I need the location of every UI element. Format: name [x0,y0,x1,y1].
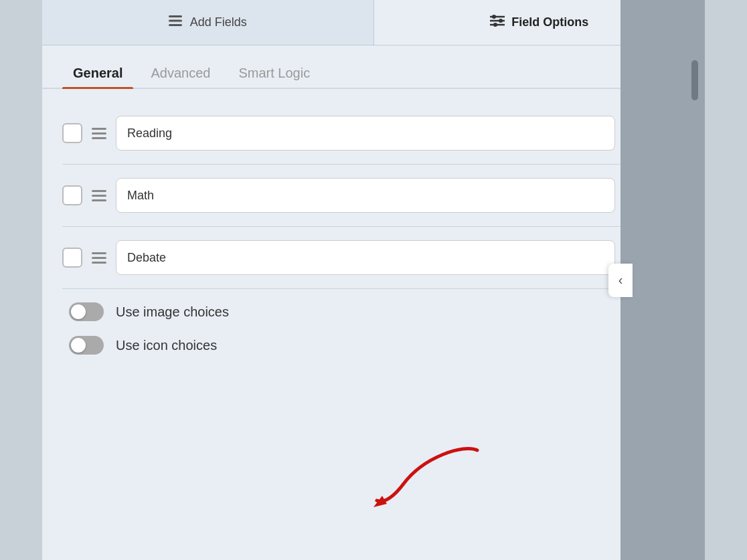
right-sidebar: ‹ [620,0,705,560]
tab-general[interactable]: General [62,59,133,88]
tab-smart-logic[interactable]: Smart Logic [228,59,321,88]
svg-point-7 [499,19,503,23]
choice-checkbox-reading[interactable] [62,123,82,143]
toggle-icon-choices[interactable] [69,336,104,355]
sub-tabs: General Advanced Smart Logic [42,45,705,89]
drag-handle-math[interactable] [90,187,108,204]
field-options-icon [490,15,505,30]
choice-input-reading[interactable] [116,116,615,151]
svg-point-8 [493,23,497,27]
choice-input-math[interactable] [116,178,615,213]
toggle-icon-choices-label: Use icon choices [116,338,217,353]
toggle-section: Use image choices Use icon choices [62,289,685,368]
tab-add-fields[interactable]: Add Fields [42,0,374,45]
toggle-row-image-choices: Use image choices [69,302,678,321]
svg-rect-2 [169,24,182,26]
tab-advanced[interactable]: Advanced [140,59,221,88]
choice-row-math: + − [62,165,685,227]
content-area: + − + − + − [42,89,705,560]
svg-point-6 [492,15,496,19]
tab-field-options-label: Field Options [511,15,588,29]
header-tabs: Add Fields Field Options [42,0,705,45]
scrollbar-thumb[interactable] [691,60,698,100]
svg-rect-1 [169,20,182,22]
add-fields-icon [169,15,183,30]
toggle-row-icon-choices: Use icon choices [69,336,678,355]
drag-handle-reading[interactable] [90,125,108,142]
choice-row-debate: + − [62,227,685,289]
field-options-panel: Add Fields Field Options General Advance… [42,0,705,560]
choice-input-debate[interactable] [116,240,615,275]
tab-add-fields-label: Add Fields [190,15,247,29]
svg-rect-0 [169,15,182,17]
choice-checkbox-debate[interactable] [62,248,82,268]
toggle-image-choices[interactable] [69,302,104,321]
collapse-button[interactable]: ‹ [608,264,633,297]
choice-row-reading: + − [62,102,685,165]
choice-checkbox-math[interactable] [62,185,82,205]
drag-handle-debate[interactable] [90,250,108,266]
toggle-image-choices-label: Use image choices [116,304,229,320]
